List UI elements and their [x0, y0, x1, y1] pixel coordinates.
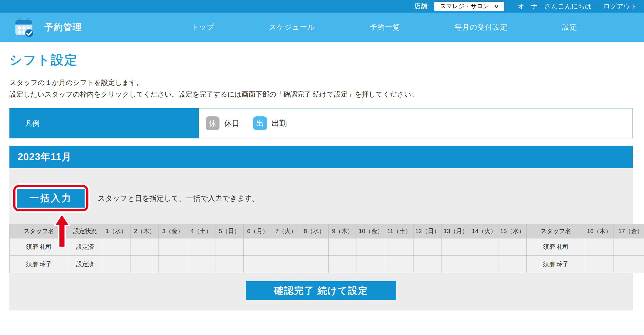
- staff-name-cell: 須磨 玲子: [527, 256, 585, 273]
- shift-day-cell[interactable]: [187, 256, 215, 273]
- shift-day-cell[interactable]: [414, 256, 442, 273]
- column-header: 3（金）: [159, 224, 187, 238]
- bulk-input-highlight-box: 一括入力: [13, 185, 88, 211]
- nav-item-schedule[interactable]: スケジュール: [269, 22, 315, 32]
- brand: 予約管理: [14, 16, 82, 38]
- column-header: 1（水）: [102, 224, 130, 238]
- up-arrow-annotation-icon: [52, 213, 72, 248]
- column-header: 11（土）: [385, 224, 414, 238]
- column-header: 17（金）: [613, 224, 644, 238]
- shift-day-cell[interactable]: [159, 256, 187, 273]
- greeting-separator: ---: [594, 2, 601, 11]
- column-header: 6（月）: [244, 224, 272, 238]
- description-line-2: 設定したいスタッフの枠内をクリックしてください。設定を完了するには画面下部の「確…: [9, 88, 633, 100]
- shift-day-cell[interactable]: [130, 256, 159, 273]
- shift-day-cell[interactable]: [329, 256, 357, 273]
- shift-day-cell[interactable]: [159, 238, 187, 256]
- shift-day-cell[interactable]: [102, 256, 130, 273]
- column-header: スタッフ名: [527, 224, 585, 238]
- shift-day-cell[interactable]: [244, 256, 272, 273]
- work-day-label: 出勤: [272, 118, 287, 128]
- shift-day-cell[interactable]: [215, 238, 244, 256]
- shift-day-cell[interactable]: [102, 238, 130, 256]
- shift-day-cell[interactable]: [498, 238, 527, 256]
- description-line-1: スタッフの１か月のシフトを設定します。: [9, 77, 633, 88]
- column-header: 8（水）: [300, 224, 329, 238]
- table-row: 須磨 礼司設定済須磨 礼司: [10, 238, 644, 256]
- shift-day-cell[interactable]: [613, 256, 644, 273]
- rest-day-label: 休日: [224, 118, 239, 128]
- table-row: 須磨 玲子設定済須磨 玲子: [10, 256, 644, 273]
- app-title: 予約管理: [44, 21, 82, 33]
- column-header: 15（水）: [498, 224, 527, 238]
- shift-day-cell[interactable]: [442, 238, 470, 256]
- column-header: 9（木）: [329, 224, 357, 238]
- shift-day-cell[interactable]: [300, 238, 329, 256]
- shift-day-cell[interactable]: [357, 238, 385, 256]
- shift-day-cell[interactable]: [187, 238, 215, 256]
- shift-day-cell[interactable]: [470, 256, 498, 273]
- shift-panel: 一括入力 スタッフと日を指定して、一括で入力できます。 スタッフ名設定状況1（水…: [9, 168, 633, 310]
- month-header: 2023年11月: [9, 146, 633, 168]
- bulk-input-button[interactable]: 一括入力: [17, 189, 85, 208]
- staff-name-cell: 須磨 礼司: [527, 238, 585, 256]
- legend: 凡例 休 休日 出 出勤: [9, 108, 633, 138]
- column-header: 13（月）: [442, 224, 470, 238]
- column-header: 12（日）: [414, 224, 442, 238]
- shift-day-cell[interactable]: [585, 256, 613, 273]
- work-day-badge: 出: [253, 116, 267, 130]
- column-header: 10（金）: [357, 224, 385, 238]
- shift-day-cell[interactable]: [385, 256, 414, 273]
- column-header: 5（日）: [215, 224, 244, 238]
- shift-day-cell[interactable]: [442, 256, 470, 273]
- shift-day-cell[interactable]: [613, 238, 644, 256]
- nav-links: トップ スケジュール 予約一覧 毎月の受付設定 設定: [82, 22, 630, 32]
- column-header: 14（火）: [470, 224, 498, 238]
- column-header: 4（土）: [187, 224, 215, 238]
- shift-day-cell[interactable]: [215, 256, 244, 273]
- nav-item-reservation-list[interactable]: 予約一覧: [370, 22, 400, 32]
- main-content: シフト設定 スタッフの１か月のシフトを設定します。 設定したいスタッフの枠内をク…: [9, 51, 633, 310]
- shift-day-cell[interactable]: [300, 256, 329, 273]
- shift-day-cell[interactable]: [470, 238, 498, 256]
- store-select-value: スマレジ・サロン: [440, 2, 489, 10]
- nav-item-settings[interactable]: 設定: [562, 22, 577, 32]
- legend-item-rest: 休 休日: [206, 116, 239, 130]
- rest-day-badge: 休: [206, 116, 219, 130]
- confirm-continue-button[interactable]: 確認完了 続けて設定: [246, 281, 396, 300]
- bulk-input-hint: スタッフと日を指定して、一括で入力できます。: [98, 193, 259, 203]
- legend-items: 休 休日 出 出勤: [199, 109, 287, 138]
- shift-day-cell[interactable]: [329, 238, 357, 256]
- shift-table-head: スタッフ名設定状況1（水）2（木）3（金）4（土）5（日）6（月）7（火）8（水…: [10, 224, 644, 238]
- shift-day-cell[interactable]: [130, 238, 159, 256]
- user-greeting: オーナーさんこんにちは: [518, 2, 591, 11]
- calendar-check-icon: [14, 16, 34, 38]
- column-header: 設定状況: [68, 224, 102, 238]
- shift-table: スタッフ名設定状況1（水）2（木）3（金）4（土）5（日）6（月）7（火）8（水…: [9, 224, 644, 273]
- status-cell: 設定済: [68, 256, 102, 273]
- logout-link[interactable]: ログアウト: [603, 2, 637, 11]
- page-description: スタッフの１か月のシフトを設定します。 設定したいスタッフの枠内をクリックしてく…: [9, 77, 633, 100]
- column-header: 2（木）: [130, 224, 159, 238]
- shift-day-cell[interactable]: [585, 238, 613, 256]
- shift-day-cell[interactable]: [385, 238, 414, 256]
- shift-table-body: 須磨 礼司設定済須磨 礼司須磨 玲子設定済須磨 玲子: [10, 238, 644, 273]
- chevron-down-icon: ∨: [494, 3, 499, 9]
- shift-day-cell[interactable]: [357, 256, 385, 273]
- legend-title: 凡例: [9, 108, 199, 138]
- nav-bar: 予約管理 トップ スケジュール 予約一覧 毎月の受付設定 設定: [0, 13, 644, 42]
- shift-day-cell[interactable]: [272, 238, 300, 256]
- column-header: 16（木）: [585, 224, 613, 238]
- store-label: 店舗:: [414, 2, 429, 11]
- shift-day-cell[interactable]: [244, 238, 272, 256]
- page-title: シフト設定: [9, 51, 633, 69]
- nav-item-monthly-settings[interactable]: 毎月の受付設定: [455, 22, 508, 32]
- legend-item-work: 出 出勤: [253, 116, 287, 130]
- status-cell: 設定済: [68, 238, 102, 256]
- store-select[interactable]: スマレジ・サロン ∨: [434, 2, 504, 11]
- shift-day-cell[interactable]: [498, 256, 527, 273]
- nav-item-top[interactable]: トップ: [191, 22, 214, 32]
- shift-day-cell[interactable]: [414, 238, 442, 256]
- shift-day-cell[interactable]: [272, 256, 300, 273]
- column-header: 7（火）: [272, 224, 300, 238]
